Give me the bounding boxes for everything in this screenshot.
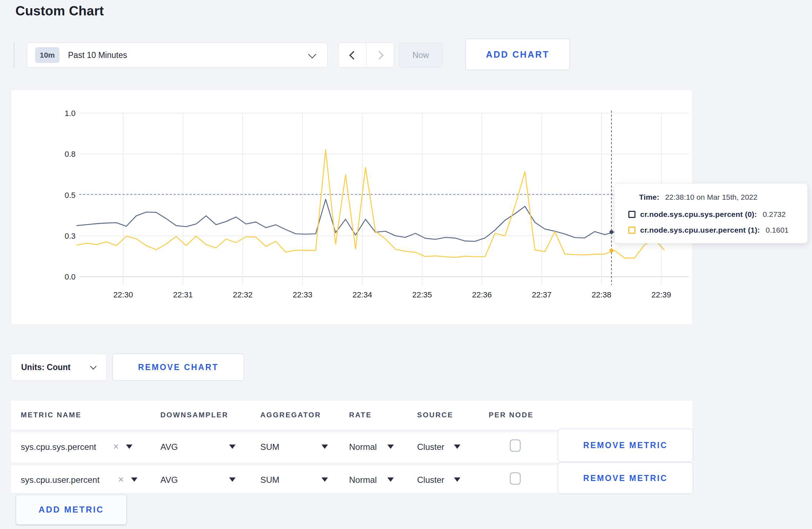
- dropdown-caret-icon: [229, 445, 236, 449]
- remove-chart-button[interactable]: REMOVE CHART: [112, 354, 244, 381]
- custom-chart-page: Custom Chart 10m Past 10 Minutes Now ADD…: [0, 0, 812, 529]
- x-axis-tick-label: 22:39: [651, 290, 671, 299]
- remove-metric-button[interactable]: REMOVE METRIC: [558, 429, 693, 462]
- dropdown-caret-icon: [229, 477, 236, 482]
- column-header-source: SOURCE: [417, 411, 453, 419]
- time-range-dropdown[interactable]: 10m Past 10 Minutes: [27, 43, 328, 68]
- crosshair-dot-0: [609, 230, 613, 234]
- x-axis-tick-label: 22:33: [293, 290, 312, 299]
- x-axis-tick-label: 22:38: [591, 290, 611, 299]
- y-axis-tick-label: 1.0: [64, 109, 76, 118]
- chart-tooltip: Time: 22:38:10 on Mar 15th, 2022 cr.node…: [614, 183, 808, 243]
- downsampler-select[interactable]: AVG: [160, 475, 178, 485]
- time-nav-group: [338, 43, 394, 68]
- chevron-right-icon: [375, 51, 383, 59]
- column-header-aggregator: AGGREGATOR: [260, 411, 321, 419]
- series-user-swatch-icon: [628, 227, 635, 234]
- dropdown-caret-icon: [454, 477, 460, 482]
- chart-card: 0.00.30.50.81.022:3022:3122:3222:3322:34…: [11, 89, 693, 325]
- tooltip-series-user-value: 0.1601: [766, 226, 789, 234]
- timeseries-chart[interactable]: 0.00.30.50.81.022:3022:3122:3222:3322:34…: [11, 90, 693, 325]
- add-chart-button[interactable]: ADD CHART: [465, 39, 570, 70]
- chevron-down-icon: [90, 363, 96, 369]
- toolbar-divider: [14, 43, 14, 68]
- chevron-down-icon: [308, 50, 316, 59]
- dropdown-caret-icon: [387, 445, 394, 449]
- time-range-label: Past 10 Minutes: [68, 50, 127, 60]
- tooltip-time-value: 22:38:10 on Mar 15th, 2022: [665, 193, 758, 202]
- dropdown-caret-icon: [454, 445, 460, 449]
- dropdown-caret-icon: [126, 445, 132, 449]
- x-axis-tick-label: 22:34: [352, 290, 372, 299]
- per-node-checkbox[interactable]: [510, 440, 521, 452]
- rate-select[interactable]: Normal: [349, 442, 377, 452]
- x-axis-tick-label: 22:30: [113, 290, 133, 299]
- y-axis-tick-label: 0.0: [64, 272, 76, 281]
- remove-metric-x-icon[interactable]: ×: [118, 475, 124, 485]
- column-header-per-node: PER NODE: [489, 411, 533, 419]
- x-axis-tick-label: 22:35: [412, 290, 432, 299]
- x-axis-tick-label: 22:36: [472, 290, 492, 299]
- tooltip-series-sys-value: 0.2732: [763, 210, 786, 219]
- crosshair-dot-1: [609, 248, 613, 252]
- x-axis-tick-label: 22:32: [233, 290, 252, 299]
- remove-metric-button[interactable]: REMOVE METRIC: [558, 462, 693, 494]
- aggregator-select[interactable]: SUM: [260, 442, 279, 452]
- dropdown-caret-icon: [322, 477, 328, 482]
- source-select[interactable]: Cluster: [417, 475, 444, 485]
- column-header-metric-name: METRIC NAME: [21, 411, 82, 419]
- rate-select[interactable]: Normal: [349, 475, 377, 485]
- remove-metric-x-icon[interactable]: ×: [113, 442, 119, 452]
- column-header-rate: RATE: [349, 411, 372, 419]
- series-line-1: [77, 150, 664, 258]
- y-axis-tick-label: 0.5: [64, 191, 76, 200]
- chevron-left-icon: [349, 51, 358, 59]
- tooltip-time-label: Time:: [639, 193, 659, 202]
- column-header-downsampler: DOWNSAMPLER: [160, 411, 228, 419]
- tooltip-series-user-label: cr.node.sys.cpu.user.percent (1):: [640, 226, 760, 234]
- units-label: Units: Count: [21, 363, 71, 372]
- dropdown-caret-icon: [322, 445, 328, 449]
- metric-name-select[interactable]: sys.cpu.sys.percent: [21, 442, 96, 452]
- y-axis-tick-label: 0.3: [64, 232, 76, 241]
- page-title: Custom Chart: [15, 4, 104, 19]
- y-axis-tick-label: 0.8: [64, 150, 76, 159]
- per-node-checkbox[interactable]: [510, 472, 521, 485]
- series-line-0: [77, 199, 664, 242]
- x-axis-tick-label: 22:37: [532, 290, 551, 299]
- x-axis-tick-label: 22:31: [173, 290, 193, 299]
- aggregator-select[interactable]: SUM: [260, 475, 279, 485]
- source-select[interactable]: Cluster: [417, 442, 444, 452]
- next-range-button[interactable]: [366, 43, 394, 67]
- dropdown-caret-icon: [131, 477, 137, 482]
- metric-name-select[interactable]: sys.cpu.user.percent: [21, 475, 100, 485]
- time-range-badge: 10m: [35, 47, 59, 63]
- series-sys-swatch-icon: [628, 211, 635, 218]
- downsampler-select[interactable]: AVG: [160, 442, 178, 452]
- tooltip-series-sys-label: cr.node.sys.cpu.sys.percent (0):: [640, 210, 757, 219]
- add-metric-button[interactable]: ADD METRIC: [16, 495, 127, 525]
- prev-range-button[interactable]: [339, 43, 366, 67]
- dropdown-caret-icon: [387, 477, 394, 482]
- now-button[interactable]: Now: [399, 43, 443, 68]
- units-dropdown[interactable]: Units: Count: [11, 354, 107, 381]
